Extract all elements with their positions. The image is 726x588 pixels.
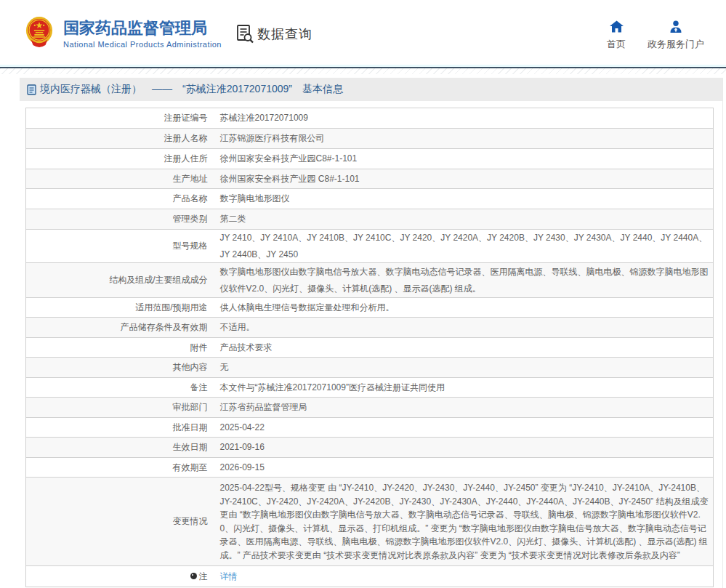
row-label: 产品名称 — [26, 189, 214, 209]
row-value: 2025-04-22型号、规格变更 由 “JY-2410、JY-2420、JY-… — [214, 478, 714, 566]
table-row: 附件产品技术要求 — [26, 338, 714, 358]
table-row: 注册人名称江苏锦源医疗科技有限公司 — [26, 129, 714, 149]
org-name-en: National Medical Products Administration — [63, 40, 222, 49]
row-value: 2026-09-15 — [214, 458, 714, 478]
table-row: 注册证编号苏械注准20172071009 — [26, 108, 714, 129]
table-row: 适用范围/预期用途供人体脑电生理信号数据定量处理和分析用。 — [26, 298, 714, 318]
row-label: 生产地址 — [26, 169, 214, 189]
nav-portal[interactable]: 政务服务门户 — [648, 20, 704, 51]
page-title: 境内医疗器械（注册） —— “苏械注准20172071009” 基本信息 — [40, 83, 343, 96]
table-row: 审批部门江苏省药品监督管理局 — [26, 398, 714, 418]
page-title-bar: 境内医疗器械（注册） —— “苏械注准20172071009” 基本信息 — [20, 78, 722, 101]
info-table-body: 注册证编号苏械注准20172071009注册人名称江苏锦源医疗科技有限公司注册人… — [26, 108, 714, 587]
row-value: 数字脑电地形图仪 — [214, 189, 714, 209]
table-row: 注册人住所徐州国家安全科技产业园C8#-1-101 — [26, 149, 714, 169]
row-value: JY 2410、JY 2410A、JY 2410B、JY 2410C、JY 24… — [214, 230, 714, 263]
row-label: 型号规格 — [26, 230, 214, 263]
table-row: 产品储存条件及有效期不适用。 — [26, 318, 714, 338]
table-row: 生产地址徐州国家安全科技产业园 C8#-1-101 — [26, 169, 714, 189]
national-emblem-logo — [25, 16, 53, 48]
row-label: 附件 — [26, 338, 214, 358]
row-value: 江苏锦源医疗科技有限公司 — [214, 129, 714, 149]
table-row: 其他内容无 — [26, 358, 714, 378]
org-name-zh: 国家药品监督管理局 — [63, 19, 222, 37]
row-label: 其他内容 — [26, 358, 214, 378]
table-row: 有效期至2026-09-15 — [26, 458, 714, 478]
row-value: 产品技术要求 — [214, 338, 714, 358]
note-icon — [190, 573, 197, 579]
row-label: 产品储存条件及有效期 — [26, 318, 214, 338]
row-label: 注 — [26, 566, 214, 587]
row-label: 有效期至 — [26, 458, 214, 478]
table-row: 注详情 — [26, 566, 714, 587]
row-value: 本文件与“苏械注准20172071009”医疗器械注册证共同使用 — [214, 378, 714, 398]
portal-user-icon — [669, 20, 682, 33]
table-row: 产品名称数字脑电地形图仪 — [26, 189, 714, 209]
table-row: 备注本文件与“苏械注准20172071009”医疗器械注册证共同使用 — [26, 378, 714, 398]
module-title: 数据查询 — [257, 25, 312, 43]
row-value: 无 — [214, 358, 714, 378]
table-row: 结构及组成/主要组成成分数字脑电地形图仪由数字脑电信号放大器、数字脑电动态信号记… — [26, 263, 714, 298]
data-query-section: 数据查询 — [236, 24, 312, 44]
home-icon — [610, 20, 624, 33]
row-value: 第二类 — [214, 209, 714, 230]
row-value: 数字脑电地形图仪由数字脑电信号放大器、数字脑电动态信号记录器、医用隔离电源、导联… — [214, 263, 714, 298]
row-label: 管理类别 — [26, 209, 214, 230]
row-value: 2021-09-16 — [214, 438, 714, 458]
row-label: 注册人住所 — [26, 149, 214, 169]
row-value: 详情 — [214, 566, 714, 587]
header-hatch-band — [0, 68, 726, 74]
row-label: 变更情况 — [26, 478, 214, 566]
row-label: 批准日期 — [26, 418, 214, 438]
table-row: 型号规格JY 2410、JY 2410A、JY 2410B、JY 2410C、J… — [26, 230, 714, 263]
right-border-line — [722, 78, 723, 588]
row-label: 适用范围/预期用途 — [26, 298, 214, 318]
info-table: 注册证编号苏械注准20172071009注册人名称江苏锦源医疗科技有限公司注册人… — [25, 108, 714, 587]
row-value: 不适用。 — [214, 318, 714, 338]
table-row: 批准日期2025-04-22 — [26, 418, 714, 438]
row-value: 江苏省药品监督管理局 — [214, 398, 714, 418]
table-row: 生效日期2021-09-16 — [26, 438, 714, 458]
data-query-icon — [236, 24, 254, 44]
row-label: 生效日期 — [26, 438, 214, 458]
row-value: 徐州国家安全科技产业园 C8#-1-101 — [214, 169, 714, 189]
nav-home-label: 首页 — [598, 38, 634, 51]
row-label: 注册证编号 — [26, 108, 214, 129]
row-value: 供人体脑电生理信号数据定量处理和分析用。 — [214, 298, 714, 318]
row-value: 2025-04-22 — [214, 418, 714, 438]
row-value: 徐州国家安全科技产业园C8#-1-101 — [214, 149, 714, 169]
table-row: 变更情况2025-04-22型号、规格变更 由 “JY-2410、JY-2420… — [26, 478, 714, 566]
row-value: 苏械注准20172071009 — [214, 108, 714, 129]
nav-home[interactable]: 首页 — [598, 20, 634, 51]
document-icon — [27, 84, 36, 95]
row-label: 审批部门 — [26, 398, 214, 418]
row-label: 结构及组成/主要组成成分 — [26, 263, 214, 298]
table-row: 管理类别第二类 — [26, 209, 714, 230]
site-header: 国家药品监督管理局 National Medical Products Admi… — [0, 0, 726, 65]
nav-portal-label: 政务服务门户 — [648, 38, 704, 51]
detail-link[interactable]: 详情 — [220, 571, 238, 581]
row-label: 备注 — [26, 378, 214, 398]
row-label: 注册人名称 — [26, 129, 214, 149]
